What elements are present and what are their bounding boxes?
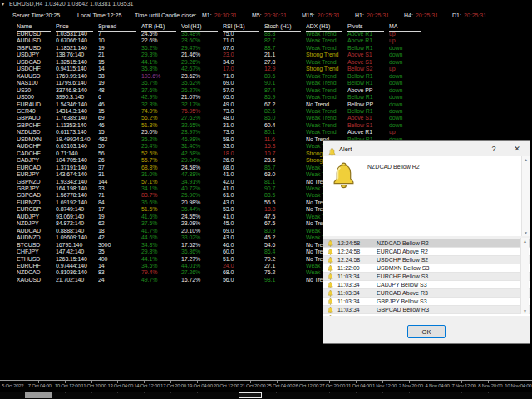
cell-name: AUDNZD bbox=[17, 234, 56, 241]
cell-atr: 55.7% bbox=[141, 157, 181, 164]
cell-spread: 14 bbox=[98, 263, 141, 269]
countdown-h1: H1:20:25:31 bbox=[355, 12, 389, 19]
alert-list-item[interactable]: 11:22:00USDMXN Bellow S3 bbox=[323, 264, 530, 273]
alert-list-item[interactable]: 12:24:58USDCHF Bellow S2 bbox=[323, 256, 530, 264]
table-row-euraud[interactable]: EURAUD1.54346:1404632.3%32.17%49.067.2No… bbox=[17, 101, 426, 108]
cell-rsi: 49.0 bbox=[223, 101, 264, 108]
cell-price: 1.09609:140 bbox=[56, 234, 98, 241]
chart-position-marker[interactable] bbox=[239, 392, 262, 398]
cell-name: AUDUSD bbox=[17, 37, 56, 44]
cell-adx: Weak Trend bbox=[306, 31, 347, 37]
cell-price: 0.61173:140 bbox=[56, 129, 98, 135]
cell-price: 21.702:140 bbox=[56, 277, 98, 283]
alert-list-item[interactable]: 11:03:34EURCAD Above R3 bbox=[323, 289, 530, 298]
scrollbar-thumb[interactable] bbox=[25, 392, 52, 398]
cell-ma: down bbox=[389, 94, 426, 101]
table-row-eurusd[interactable]: EURUSD1.03531:140724.5%35.48%75.088.8Wea… bbox=[17, 31, 426, 37]
cell-rsi: 24.0 bbox=[223, 263, 264, 269]
alert-list-item[interactable]: 12:24:58NZDCAD Bellow R2 bbox=[323, 239, 530, 248]
dialog-footer: OK bbox=[323, 316, 530, 343]
table-row-usdjpy[interactable]: USDJPY138.76:1402129.3%21.46%23.021.1Str… bbox=[17, 52, 426, 58]
alert-time: 12:24:58 bbox=[337, 256, 360, 264]
cell-atr: 36.7% bbox=[141, 80, 181, 86]
cell-vol: 34.91% bbox=[181, 179, 223, 185]
cell-vol: 24.58% bbox=[181, 165, 223, 171]
table-row-gbpaud[interactable]: GBPAUD1.76389:1406956.2%27.63%48.086.0We… bbox=[17, 115, 426, 121]
alert-text: GBPCAD Bellow R3 bbox=[377, 306, 429, 314]
table-row-nas100[interactable]: NAS10011799.6:1401936.7%35.62%69.090.1We… bbox=[17, 80, 426, 86]
table-row-nzdusd[interactable]: NZDUSD0.61173:1401525.0%28.97%73.080.1We… bbox=[17, 129, 426, 135]
cell-pivots: Bellow R1 bbox=[347, 80, 389, 86]
scroll-up-icon[interactable]: ▲ bbox=[522, 157, 530, 162]
cell-atr: 44.1% bbox=[141, 256, 181, 263]
alert-text: GBPJPY Bellow S3 bbox=[377, 298, 427, 306]
list-scrollbar[interactable]: ▲ ▼ bbox=[520, 238, 529, 314]
cell-stoch: 86.9 bbox=[264, 94, 306, 101]
cell-spread: 14 bbox=[98, 66, 141, 72]
alert-list-item[interactable]: 11:03:34CADJPY Bellow S3 bbox=[323, 281, 530, 289]
cell-spread: 38 bbox=[98, 73, 141, 80]
cell-atr: 36.2% bbox=[141, 45, 181, 52]
message-scrollbar[interactable]: ▲ ▼ bbox=[521, 156, 530, 236]
cell-price: 1769.99:140 bbox=[56, 73, 98, 80]
cell-stoch: 76.2 bbox=[264, 269, 306, 276]
time-axis-label: 10 Nov 04:00 bbox=[505, 383, 531, 388]
cell-atr: 79.4% bbox=[141, 269, 181, 276]
alert-list-item[interactable]: 11:03:34GBPCAD Bellow R3 bbox=[323, 306, 530, 314]
cell-vol: 29.04% bbox=[181, 157, 223, 164]
bell-icon bbox=[328, 265, 333, 272]
table-row-us500[interactable]: US5003990.3:140642.9%21.07%65.086.9Weak … bbox=[17, 94, 426, 101]
time-axis-label: 14 Oct 12:00 bbox=[134, 383, 160, 388]
axis-tick bbox=[65, 381, 66, 383]
table-row-gbpchf[interactable]: GBPCHF1.11353:1404651.3%32.65%31.060.4We… bbox=[17, 122, 426, 129]
cell-pivots: Bellow R1 bbox=[347, 73, 389, 80]
cell-atr: 56.2% bbox=[141, 115, 181, 121]
alert-time: 11:03:34 bbox=[337, 273, 360, 281]
cell-pivots: Bellow S1 bbox=[347, 122, 389, 129]
table-row-audusd[interactable]: AUDUSD0.67066:1401022.6%28.60%71.082.7We… bbox=[17, 37, 426, 44]
alert-list-item[interactable]: 11:03:34EURCHF Bellow S3 bbox=[323, 273, 530, 281]
cell-adx: Weak Trend bbox=[306, 80, 347, 86]
alert-list-item[interactable]: 12:24:58EURCAD Above R2 bbox=[323, 248, 530, 256]
table-row-gbpusd[interactable]: GBPUSD1.18521:1401936.2%29.47%67.088.7We… bbox=[17, 45, 426, 52]
cell-stoch: 80.9 bbox=[264, 228, 306, 234]
cell-stoch: 63.0 bbox=[264, 171, 306, 178]
candle-close-label: Time until Candle close: bbox=[135, 12, 196, 19]
help-button[interactable]: ? bbox=[488, 145, 500, 153]
time-axis-label: 20 Oct 12:00 bbox=[214, 383, 239, 388]
cell-ma: down bbox=[389, 115, 426, 121]
cell-vol: 17.52% bbox=[181, 242, 223, 249]
table-row-ger40[interactable]: GER4014314.3:1401574.0%76.95%73.082.6Wea… bbox=[17, 108, 426, 115]
scroll-up-icon[interactable]: ▲ bbox=[521, 239, 529, 244]
cell-atr: 22.6% bbox=[141, 37, 181, 44]
cell-name: NAS100 bbox=[17, 80, 56, 86]
scroll-down-icon[interactable]: ▼ bbox=[521, 308, 529, 313]
cell-name: EURUSD bbox=[17, 31, 56, 37]
alert-message-text: NZDCAD Bellow R2 bbox=[367, 164, 420, 170]
table-row-xauusd[interactable]: XAUUSD1769.99:14038103.6%23.62%71.089.6W… bbox=[17, 73, 426, 80]
axis-tick bbox=[277, 381, 278, 383]
alert-list-item[interactable]: 11:03:34GBPJPY Bellow S3 bbox=[323, 298, 530, 306]
cell-spread: 17 bbox=[98, 206, 141, 213]
cell-adx: Weak Trend bbox=[306, 87, 347, 94]
cell-rsi: 45.0 bbox=[223, 220, 264, 227]
dialog-title: Alert bbox=[339, 145, 352, 153]
cell-name: NZDCAD bbox=[17, 269, 56, 276]
cell-price: 0.8888:140 bbox=[56, 228, 98, 234]
cell-spread: 15 bbox=[98, 108, 141, 115]
close-icon[interactable]: ✕ bbox=[511, 145, 523, 153]
cell-price: 93.069:140 bbox=[56, 214, 98, 220]
ok-button[interactable]: OK bbox=[407, 325, 446, 338]
table-row-usdcad[interactable]: USDCAD1.32515:1401544.1%29.26%34.027.8We… bbox=[17, 59, 426, 66]
cell-ma: down bbox=[389, 73, 426, 80]
cell-price: 104.705:140 bbox=[56, 157, 98, 164]
dialog-titlebar[interactable]: Alert ? ✕ bbox=[323, 141, 530, 156]
cell-name: CADCHF bbox=[17, 150, 56, 157]
scroll-down-icon[interactable]: ▼ bbox=[522, 230, 530, 235]
cell-adx: Weak Trend bbox=[306, 129, 347, 135]
cell-rsi: 67.0 bbox=[223, 45, 264, 52]
table-row-us30[interactable]: US3033746.8:1404837.6%26.27%57.087.4Weak… bbox=[17, 87, 426, 94]
dropdown-arrow-icon[interactable]: ▾ bbox=[2, 0, 4, 8]
cell-atr: 83.7% bbox=[141, 192, 181, 199]
table-row-usdchf[interactable]: USDCHF0.94115:1401435.8%42.67%17.012.9St… bbox=[17, 66, 426, 72]
